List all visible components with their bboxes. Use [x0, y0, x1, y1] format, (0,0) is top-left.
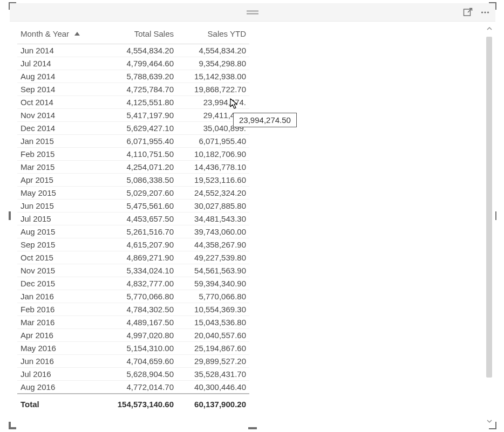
svg-point-2 — [484, 11, 486, 13]
cell-month-year: Jul 2014 — [17, 57, 99, 70]
cell-total-sales: 4,997,020.80 — [99, 329, 177, 342]
table-row[interactable]: May 20155,029,207.6024,552,324.20 — [17, 187, 249, 200]
cell-total-sales: 5,029,207.60 — [99, 187, 177, 200]
cell-total-sales: 5,261,516.70 — [99, 225, 177, 238]
cell-total-sales: 6,071,955.40 — [99, 135, 177, 148]
cell-total-sales: 5,086,338.50 — [99, 174, 177, 187]
table-row[interactable]: Dec 20154,832,777.0059,394,340.90 — [17, 277, 249, 290]
table-row[interactable]: Oct 20154,869,271.9049,227,539.80 — [17, 251, 249, 264]
cell-sales-ytd: 14,436,778.10 — [177, 161, 249, 174]
cell-total-sales: 4,704,659.60 — [99, 355, 177, 368]
table-visual[interactable]: Month & Year Total Sales Sales YTD Jun 2… — [10, 3, 495, 428]
table-row[interactable]: Mar 20164,489,167.5015,043,536.80 — [17, 316, 249, 329]
table-row[interactable]: Apr 20164,997,020.8020,040,557.60 — [17, 329, 249, 342]
cell-sales-ytd: 23,994,274. — [177, 96, 249, 109]
drag-handle-icon[interactable] — [247, 10, 258, 14]
column-header-total-sales[interactable]: Total Sales — [99, 25, 177, 44]
cell-sales-ytd: 10,182,706.90 — [177, 148, 249, 161]
table-row[interactable]: Jul 20165,628,904.5035,528,431.70 — [17, 368, 249, 381]
cell-total-sales: 4,110,751.50 — [99, 148, 177, 161]
table-row[interactable]: Jul 20154,453,657.5034,481,543.30 — [17, 212, 249, 225]
column-header-month-year[interactable]: Month & Year — [17, 25, 99, 44]
cell-month-year: Sep 2015 — [17, 238, 99, 251]
cell-total-sales: 5,154,310.00 — [99, 342, 177, 355]
table-row[interactable]: Jun 20155,475,561.6030,027,885.80 — [17, 200, 249, 212]
vertical-scrollbar[interactable] — [483, 22, 495, 428]
svg-rect-0 — [464, 9, 471, 16]
table-row[interactable]: Mar 20154,254,071.2014,436,778.10 — [17, 161, 249, 174]
table-row[interactable]: Jun 20164,704,659.6029,899,527.20 — [17, 355, 249, 368]
totals-row: Total 154,573,140.60 60,137,900.20 — [17, 394, 249, 413]
totals-label: Total — [17, 394, 99, 413]
cell-sales-ytd: 15,043,536.80 — [177, 316, 249, 329]
table-row[interactable]: Sep 20154,615,207.9044,358,267.90 — [17, 238, 249, 251]
cell-total-sales: 5,770,066.80 — [99, 290, 177, 303]
cell-sales-ytd: 35,040,899. — [177, 122, 249, 135]
column-header-sales-ytd[interactable]: Sales YTD — [177, 25, 249, 44]
cell-month-year: Apr 2016 — [17, 329, 99, 342]
scroll-up-icon[interactable] — [486, 25, 493, 32]
cell-sales-ytd: 19,868,722.70 — [177, 83, 249, 96]
scroll-down-icon[interactable] — [486, 417, 493, 425]
table-row[interactable]: Dec 20145,629,427.1035,040,899. — [17, 122, 249, 135]
cell-month-year: Dec 2015 — [17, 277, 99, 290]
table-row[interactable]: Feb 20164,784,302.5010,554,369.30 — [17, 303, 249, 316]
cell-month-year: Nov 2015 — [17, 264, 99, 277]
table-row[interactable]: Oct 20144,125,551.8023,994,274. — [17, 96, 249, 109]
table-row[interactable]: Apr 20155,086,338.5019,523,116.60 — [17, 174, 249, 187]
svg-point-3 — [487, 11, 489, 13]
table-row[interactable]: Nov 20155,334,024.1054,561,563.90 — [17, 264, 249, 277]
sort-ascending-icon — [74, 32, 80, 36]
table-row[interactable]: Aug 20164,772,014.7040,300,446.40 — [17, 381, 249, 394]
cell-sales-ytd: 59,394,340.90 — [177, 277, 249, 290]
totals-sales-ytd: 60,137,900.20 — [177, 394, 249, 413]
cell-sales-ytd: 34,481,543.30 — [177, 212, 249, 225]
visual-header — [10, 3, 495, 22]
cell-sales-ytd: 19,523,116.60 — [177, 174, 249, 187]
table-row[interactable]: Aug 20155,261,516.7039,743,060.00 — [17, 225, 249, 238]
table-row[interactable]: Feb 20154,110,751.5010,182,706.90 — [17, 148, 249, 161]
cell-total-sales: 5,334,024.10 — [99, 264, 177, 277]
cell-month-year: Dec 2014 — [17, 122, 99, 135]
cell-sales-ytd: 4,554,834.20 — [177, 44, 249, 57]
scrollbar-thumb[interactable] — [486, 37, 492, 378]
cell-total-sales: 4,453,657.50 — [99, 212, 177, 225]
table-row[interactable]: Jan 20156,071,955.406,071,955.40 — [17, 135, 249, 148]
cell-sales-ytd: 10,554,369.30 — [177, 303, 249, 316]
more-options-icon[interactable] — [479, 6, 491, 18]
cell-total-sales: 4,725,784.70 — [99, 83, 177, 96]
table-row[interactable]: Nov 20145,417,197.9029,411,472. — [17, 109, 249, 122]
cell-sales-ytd: 35,528,431.70 — [177, 368, 249, 381]
cell-total-sales: 4,254,071.20 — [99, 161, 177, 174]
table-row[interactable]: Jul 20144,799,464.609,354,298.80 — [17, 57, 249, 70]
cell-sales-ytd: 29,411,472. — [177, 109, 249, 122]
totals-total-sales: 154,573,140.60 — [99, 394, 177, 413]
cell-sales-ytd: 54,561,563.90 — [177, 264, 249, 277]
cell-sales-ytd: 30,027,885.80 — [177, 200, 249, 212]
cell-month-year: Apr 2015 — [17, 174, 99, 187]
table-row[interactable]: Jan 20165,770,066.805,770,066.80 — [17, 290, 249, 303]
cell-month-year: Oct 2015 — [17, 251, 99, 264]
cell-total-sales: 5,628,904.50 — [99, 368, 177, 381]
cell-total-sales: 4,554,834.20 — [99, 44, 177, 57]
table-row[interactable]: Sep 20144,725,784.7019,868,722.70 — [17, 83, 249, 96]
focus-mode-icon[interactable] — [462, 6, 474, 18]
cell-sales-ytd: 24,552,324.20 — [177, 187, 249, 200]
cell-sales-ytd: 25,194,867.60 — [177, 342, 249, 355]
table-row[interactable]: Jun 20144,554,834.204,554,834.20 — [17, 44, 249, 57]
cell-sales-ytd: 49,227,539.80 — [177, 251, 249, 264]
cell-month-year: Feb 2016 — [17, 303, 99, 316]
cell-sales-ytd: 44,358,267.90 — [177, 238, 249, 251]
table-row[interactable]: May 20165,154,310.0025,194,867.60 — [17, 342, 249, 355]
cell-month-year: Jul 2015 — [17, 212, 99, 225]
cell-sales-ytd: 6,071,955.40 — [177, 135, 249, 148]
table-row[interactable]: Aug 20145,788,639.2015,142,938.00 — [17, 70, 249, 83]
cell-total-sales: 5,788,639.20 — [99, 70, 177, 83]
cell-month-year: Oct 2014 — [17, 96, 99, 109]
cell-month-year: Aug 2016 — [17, 381, 99, 394]
cell-total-sales: 4,799,464.60 — [99, 57, 177, 70]
cell-total-sales: 4,489,167.50 — [99, 316, 177, 329]
cell-total-sales: 5,417,197.90 — [99, 109, 177, 122]
cell-sales-ytd: 39,743,060.00 — [177, 225, 249, 238]
cell-month-year: Jun 2015 — [17, 200, 99, 212]
